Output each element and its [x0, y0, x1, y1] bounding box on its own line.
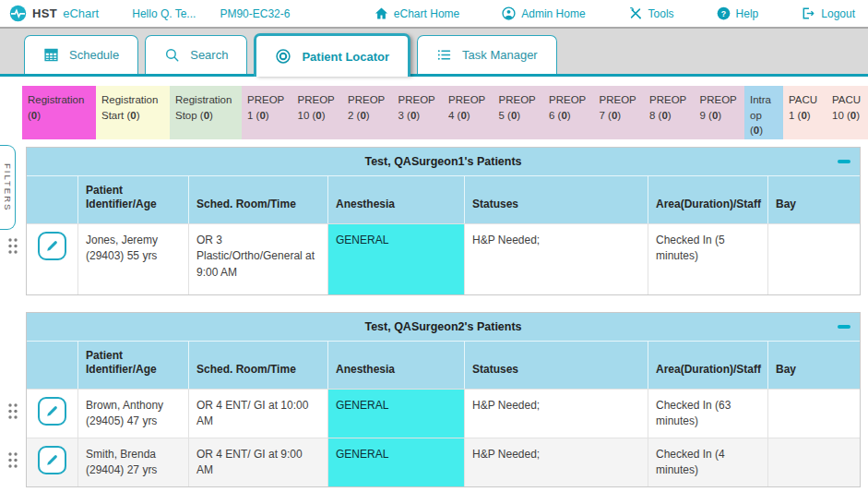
station-code: PM90-EC32-6: [220, 7, 290, 20]
user-greeting[interactable]: Hello Q. Te...: [132, 7, 196, 20]
tab-search[interactable]: Search: [145, 35, 247, 74]
status-chip-preop-1[interactable]: PREOP 1 (0): [242, 86, 292, 139]
nav-label: Help: [736, 7, 759, 20]
status-chip-preop-5[interactable]: PREOP 5 (0): [493, 86, 544, 139]
surgeon1-patients-table: Test, QASurgeon1's Patients Patient Iden…: [26, 147, 861, 295]
table-row: Brown, Anthony (29405) 47 yrs OR 4 ENT/ …: [27, 389, 860, 438]
status-chip-preop-3[interactable]: PREOP 3 (0): [393, 86, 444, 139]
nav-label: Admin Home: [521, 7, 585, 20]
header-cell-area: Area(Duration)/Staff: [648, 342, 768, 389]
table-header-row: Patient Identifier/Age Sched. Room/Time …: [27, 341, 860, 389]
drag-handle-icon[interactable]: [7, 451, 18, 473]
cell-sched-room: OR 4 ENT/ GI at 10:00 AM: [189, 390, 328, 438]
row-actions-cell: [27, 224, 78, 294]
task-list-icon: [436, 47, 452, 63]
status-chip-registration[interactable]: Registration (0): [22, 86, 96, 139]
header-cell-bay: Bay: [768, 176, 860, 223]
cell-sched-room: OR 3 Plastic/Ortho/General at 9:00 AM: [189, 224, 328, 294]
cell-statuses: H&P Needed;: [465, 390, 648, 438]
status-chip-preop-6[interactable]: PREOP 6 (0): [543, 86, 594, 139]
drag-handle-icon[interactable]: [7, 237, 18, 258]
cell-bay: [768, 390, 860, 438]
minus-icon[interactable]: [838, 325, 850, 329]
top-bar: HST eChart Hello Q. Te... PM90-EC32-6 eC…: [0, 0, 868, 29]
nav-label: Tools: [648, 7, 674, 20]
status-chip-preop-2[interactable]: PREOP 2 (0): [342, 86, 393, 139]
top-nav: eChart Home Admin Home Tools ? Help Logo…: [375, 6, 855, 20]
nav-echart-home[interactable]: eChart Home: [375, 6, 459, 20]
svg-text:?: ?: [720, 9, 725, 18]
header-cell-room: Sched. Room/Time: [189, 342, 328, 389]
cell-statuses: H&P Needed;: [465, 224, 648, 294]
cell-statuses: H&P Needed;: [465, 438, 648, 486]
brand-echart: eChart: [63, 6, 99, 20]
brand-hst: HST: [32, 6, 57, 20]
nav-tools[interactable]: Tools: [628, 6, 674, 20]
table-title: Test, QASurgeon2's Patients: [364, 320, 521, 333]
heartbeat-circle-icon: [9, 5, 27, 22]
row-actions-cell: [27, 438, 78, 486]
filters-flyout-tab[interactable]: FILTERS: [0, 145, 16, 230]
status-chip-preop-7[interactable]: PREOP 7 (0): [594, 86, 645, 139]
nav-logout[interactable]: Logout: [801, 6, 855, 20]
status-chips: Registration (0)Registration Start (0)Re…: [0, 77, 868, 139]
nav-label: Logout: [821, 7, 855, 20]
tools-icon: [628, 6, 643, 20]
tab-label: Schedule: [69, 48, 119, 62]
help-question-icon: ?: [717, 6, 731, 20]
header-cell-statuses: Statuses: [465, 176, 648, 223]
logout-icon: [801, 6, 815, 20]
filters-label: FILTERS: [3, 163, 13, 211]
cell-anesthesia: GENERAL: [328, 438, 465, 486]
status-chip-pacu-10[interactable]: PACU 10 (0): [826, 86, 868, 139]
tab-task-manager[interactable]: Task Manager: [417, 35, 557, 74]
tab-schedule[interactable]: Schedule: [24, 35, 138, 74]
header-cell-actions: [27, 342, 78, 389]
nav-help[interactable]: ? Help: [717, 6, 759, 20]
locator-target-icon: [275, 48, 291, 65]
cell-patient[interactable]: Brown, Anthony (29405) 47 yrs: [78, 390, 189, 438]
status-chip-preop-10[interactable]: PREOP 10 (0): [292, 86, 343, 139]
cell-anesthesia: GENERAL: [328, 224, 465, 294]
cell-sched-room: OR 4 ENT/ GI at 9:00 AM: [189, 438, 328, 486]
home-icon: [375, 6, 388, 20]
table-row: Smith, Brenda (29404) 27 yrs OR 4 ENT/ G…: [27, 438, 860, 486]
drag-handle-icon[interactable]: [7, 402, 18, 424]
edit-pencil-icon[interactable]: [38, 232, 66, 260]
table-header-row: Patient Identifier/Age Sched. Room/Time …: [27, 175, 860, 223]
status-chip-registration-stop[interactable]: Registration Stop (0): [170, 86, 242, 139]
main-tab-bar: Schedule Search Patient Locator Task Man…: [0, 29, 868, 77]
nav-label: eChart Home: [394, 7, 459, 20]
status-chip-preop-9[interactable]: PREOP 9 (0): [695, 86, 745, 139]
header-cell-bay: Bay: [768, 342, 860, 389]
cell-area-duration: Checked In (4 minutes): [648, 438, 768, 486]
cell-area-duration: Checked In (5 minutes): [648, 224, 768, 294]
patient-locator-content: FILTERS Test, QASurgeon1's Patients Pati…: [0, 139, 868, 487]
tab-patient-locator[interactable]: Patient Locator: [254, 33, 410, 77]
status-chip-pacu-1[interactable]: PACU 1 (0): [783, 86, 826, 139]
header-cell-area: Area(Duration)/Staff: [648, 176, 768, 223]
header-cell-anesthesia: Anesthesia: [328, 176, 465, 223]
table-row: Jones, Jeremy (29403) 55 yrs OR 3 Plasti…: [27, 223, 860, 294]
cell-bay: [768, 438, 860, 486]
header-cell-patient: Patient Identifier/Age: [78, 342, 189, 389]
nav-admin-home[interactable]: Admin Home: [502, 6, 585, 20]
row-actions-cell: [27, 390, 78, 438]
tab-label: Patient Locator: [302, 50, 389, 64]
status-chip-intra-op[interactable]: Intra op (0): [744, 86, 783, 139]
edit-pencil-icon[interactable]: [38, 397, 66, 426]
cell-patient[interactable]: Smith, Brenda (29404) 27 yrs: [78, 438, 189, 486]
status-chip-registration-start[interactable]: Registration Start (0): [96, 86, 170, 139]
app-logo: HST eChart: [9, 5, 99, 22]
cell-patient[interactable]: Jones, Jeremy (29403) 55 yrs: [78, 224, 189, 294]
header-cell-room: Sched. Room/Time: [189, 176, 328, 223]
edit-pencil-icon[interactable]: [38, 446, 66, 474]
header-cell-anesthesia: Anesthesia: [328, 342, 465, 389]
status-chip-preop-4[interactable]: PREOP 4 (0): [443, 86, 493, 139]
tab-label: Task Manager: [462, 48, 538, 62]
status-chip-preop-8[interactable]: PREOP 8 (0): [644, 86, 695, 139]
header-cell-patient: Patient Identifier/Age: [78, 176, 189, 223]
cell-bay: [768, 224, 860, 294]
minus-icon[interactable]: [838, 160, 850, 163]
search-icon: [164, 47, 180, 63]
